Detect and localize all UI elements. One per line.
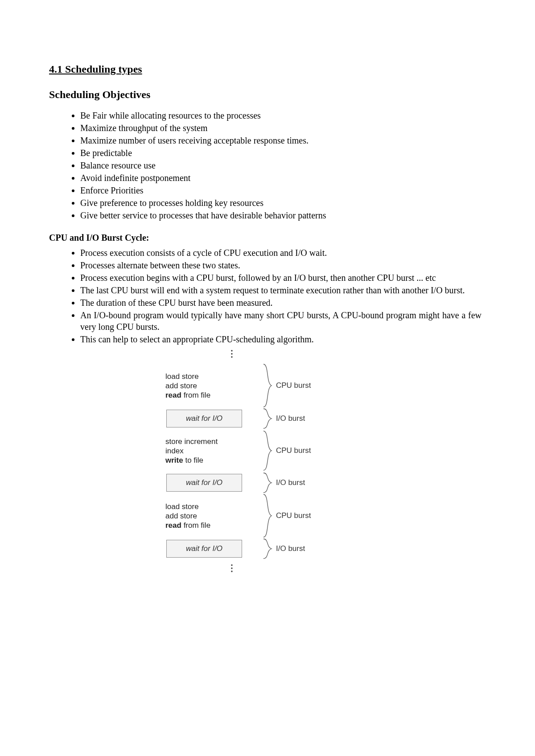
cpu-code-block: load store add store read from file [163,498,252,534]
objectives-list: Be Fair while allocating resources to th… [49,110,486,221]
list-item: This can help to select an appropriate C… [80,333,486,345]
wait-box: wait for I/O [166,540,242,558]
code-line: load store [165,372,249,381]
brace-icon [263,472,272,493]
burst-cycle-list: Process execution consists of a cycle of… [49,247,486,345]
brace-icon [263,430,272,471]
list-item: Maximize number of users receiving accep… [80,135,486,146]
wait-box: wait for I/O [166,410,242,427]
diagram-row: wait for I/O I/O burst [163,537,372,560]
code-line: store increment [165,437,249,446]
code-line: add store [165,511,249,521]
diagram-row: load store add store read from file CPU … [163,495,372,536]
list-item: Process execution consists of a cycle of… [80,247,486,259]
list-item: Give preference to processes holding key… [80,197,486,209]
list-item: Process execution begins with a CPU burs… [80,272,486,284]
list-item: The last CPU burst will end with a syste… [80,284,486,296]
list-item: An I/O-bound program would typically hav… [80,309,486,333]
cpu-code-block: load store add store read from file [163,368,252,404]
code-line: write to file [165,456,249,465]
diagram-row: wait for I/O I/O burst [163,407,372,430]
cpu-code-block: store increment index write to file [163,433,252,469]
burst-label: CPU burst [274,446,372,456]
brace-icon [263,408,272,429]
list-item: Be Fair while allocating resources to th… [80,110,486,121]
code-line: index [165,446,249,456]
list-item: The duration of these CPU burst have bee… [80,297,486,308]
code-line: read from file [165,390,249,400]
brace-icon [263,538,272,559]
burst-cycle-diagram: ••• load store add store read from file … [163,349,372,573]
code-line: load store [165,502,249,511]
list-item: Processes alternate between these two st… [80,259,486,271]
section-title: 4.1 Scheduling types [49,62,486,76]
list-item: Maximize throughput of the system [80,122,486,134]
ellipsis-icon: ••• [91,349,372,359]
objectives-heading: Scheduling Objectives [49,88,486,102]
list-item: Be predictable [80,147,486,159]
ellipsis-icon: ••• [91,564,372,573]
list-item: Give better service to processes that ha… [80,210,486,221]
burst-label: CPU burst [274,511,372,521]
burst-label: I/O burst [274,478,372,488]
brace-icon [263,493,272,538]
burst-label: I/O burst [274,414,372,423]
burst-label: I/O burst [274,544,372,554]
diagram-row: store increment index write to file CPU … [163,431,372,470]
burst-label: CPU burst [274,381,372,390]
wait-box: wait for I/O [166,474,242,492]
list-item: Balance resource use [80,160,486,171]
diagram-row: load store add store read from file CPU … [163,365,372,406]
burst-cycle-heading: CPU and I/O Burst Cycle: [49,232,486,243]
code-line: add store [165,381,249,390]
diagram-row: wait for I/O I/O burst [163,471,372,494]
brace-icon [263,363,272,408]
list-item: Enforce Priorities [80,185,486,196]
code-line: read from file [165,521,249,530]
list-item: Avoid indefinite postponement [80,172,486,184]
